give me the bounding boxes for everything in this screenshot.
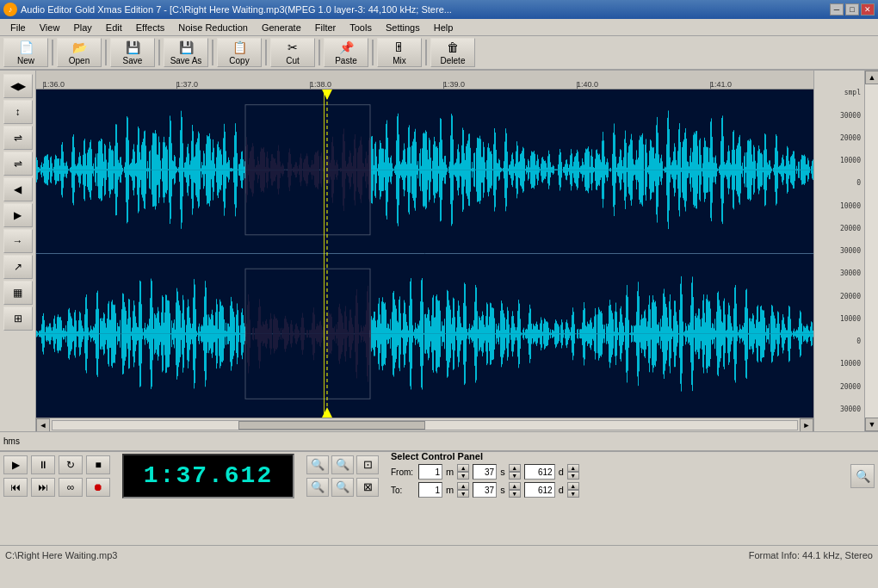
scp-from-ms-field[interactable] (524, 464, 555, 480)
zoom-btn-zoom-in-v[interactable]: 🔍 (306, 478, 329, 497)
scp-from-m-up[interactable]: ▲ (457, 464, 469, 472)
transport-btn-play-loop[interactable]: ↻ (59, 455, 83, 474)
side-tool-4[interactable]: ◀ (3, 177, 33, 201)
waveform-display[interactable] (36, 90, 813, 418)
scp-from-m-down[interactable]: ▼ (457, 472, 469, 480)
toolbar-btn-save-as[interactable]: 💾Save As (164, 38, 208, 67)
menu-item-view[interactable]: View (33, 21, 67, 34)
amp-label-9: 20000 (816, 293, 863, 300)
transport-btn-to-start[interactable]: ⏮ (3, 478, 28, 497)
menu-item-edit[interactable]: Edit (99, 21, 129, 34)
amp-label-7: 30000 (816, 247, 863, 255)
toolbar-sep-1 (52, 40, 53, 65)
vscroll-track[interactable] (865, 84, 878, 418)
scp-to-s-down[interactable]: ▼ (509, 490, 521, 498)
app-icon: ♪ (3, 3, 17, 16)
menu-item-help[interactable]: Help (427, 21, 461, 34)
scroll-thumb[interactable] (238, 421, 424, 430)
scroll-up-btn[interactable]: ▲ (865, 71, 878, 84)
menu-item-play[interactable]: Play (66, 21, 98, 34)
toolbar-btn-save[interactable]: 💾Save (110, 38, 155, 67)
scroll-down-btn[interactable]: ▼ (865, 418, 878, 431)
scroll-right-btn[interactable]: ► (800, 418, 813, 432)
scp-to-m-up[interactable]: ▲ (457, 482, 469, 490)
waveform-canvas[interactable] (36, 90, 813, 418)
menu-item-tools[interactable]: Tools (343, 21, 379, 34)
toolbar-btn-open[interactable]: 📂Open (57, 38, 102, 67)
maximize-button[interactable]: □ (845, 3, 859, 15)
close-button[interactable]: ✕ (861, 3, 875, 15)
minimize-button[interactable]: ─ (830, 3, 844, 15)
toolbar-btn-cut[interactable]: ✂Cut (270, 38, 315, 67)
horizontal-scrollbar[interactable]: ◄ ► (36, 418, 813, 431)
side-tool-7[interactable]: ↗ (3, 255, 33, 279)
toolbar-btn-copy[interactable]: 📋Copy (217, 38, 262, 67)
zoom-btn-zoom-out-v[interactable]: 🔍 (331, 478, 354, 497)
toolbar-label-copy: Copy (229, 56, 249, 65)
toolbar-label-new: New (17, 56, 34, 65)
scp-to-ms-up[interactable]: ▲ (567, 482, 579, 490)
scp-from-s-field[interactable] (473, 464, 497, 480)
toolbar-btn-new[interactable]: 📄New (3, 38, 48, 67)
side-tool-6[interactable]: → (3, 229, 33, 253)
menu-item-settings[interactable]: Settings (379, 21, 427, 34)
amp-label-5: 10000 (816, 202, 863, 210)
scp-from-ms-down[interactable]: ▼ (567, 472, 579, 480)
toolbar-icon-delete: 🗑 (447, 40, 459, 54)
transport-row: ▶⏸↻■ ⏮⏭∞⏺ 1:37.612 🔍🔍⊡ 🔍🔍⊠ Select Contro… (0, 452, 878, 499)
side-tool-9[interactable]: ⊞ (3, 306, 33, 331)
zoom-btn-zoom-all[interactable]: ⊠ (356, 478, 379, 497)
transport-btn-stop[interactable]: ■ (86, 455, 110, 474)
menu-item-noise-reduction[interactable]: Noise Reduction (171, 21, 255, 34)
toolbar-btn-delete[interactable]: 🗑Delete (430, 38, 475, 67)
zoom-btn-zoom-fit[interactable]: ⊡ (356, 455, 379, 474)
side-tool-1[interactable]: ↕ (3, 100, 33, 124)
transport-btn-step-forward[interactable]: ⏭ (31, 478, 55, 497)
menu-item-generate[interactable]: Generate (255, 21, 308, 34)
transport-btn-record[interactable]: ⏺ (86, 478, 110, 497)
side-tool-5[interactable]: ▶ (3, 203, 33, 227)
amp-label-2: 20000 (816, 134, 863, 142)
bottom-area: ▶⏸↻■ ⏮⏭∞⏺ 1:37.612 🔍🔍⊡ 🔍🔍⊠ Select Contro… (0, 450, 878, 545)
side-tool-2[interactable]: ⇌ (3, 126, 33, 150)
right-magnifier[interactable]: 🔍 (850, 464, 875, 488)
scroll-left-btn[interactable]: ◄ (36, 418, 50, 432)
transport-btn-pause[interactable]: ⏸ (31, 455, 55, 474)
amp-label-8: 30000 (816, 269, 863, 277)
scp-to-s-field[interactable] (473, 482, 497, 498)
vertical-scrollbar[interactable]: ▲ ▼ (864, 71, 878, 431)
scp-from-s-down[interactable]: ▼ (509, 472, 521, 480)
side-tool-3[interactable]: ⇌ (3, 152, 33, 176)
toolbar-icon-save: 💾 (126, 40, 140, 54)
scp-from-ms-up[interactable]: ▲ (567, 464, 579, 472)
status-left: C:\Right Here Waiting.mp3 (5, 550, 117, 560)
menu-item-effects[interactable]: Effects (129, 21, 171, 34)
menu-item-filter[interactable]: Filter (308, 21, 343, 34)
transport-btn-loop[interactable]: ∞ (59, 478, 83, 497)
transport-btn-play[interactable]: ▶ (3, 455, 28, 474)
timeline-label-2: 1:38.0 (310, 80, 331, 89)
zoom-btn-zoom-in[interactable]: 🔍 (306, 455, 329, 474)
scp-to-m-down[interactable]: ▼ (457, 490, 469, 498)
scp-from-s-up[interactable]: ▲ (509, 464, 521, 472)
scp-to-m-field[interactable] (418, 482, 442, 498)
right-panel: smpl300002000010000010000200003000030000… (813, 71, 878, 431)
side-tool-8[interactable]: ▦ (3, 281, 33, 305)
zoom-btn-zoom-out[interactable]: 🔍 (331, 455, 354, 474)
select-control-panel: Select Control Panel From: m ▲ ▼ s ▲ ▼ d (384, 448, 845, 504)
scp-to-ms-field[interactable] (524, 482, 555, 498)
scp-from-ms-spin: ▲ ▼ (567, 464, 579, 480)
scp-from-m-field[interactable] (418, 464, 442, 480)
scp-to-s-up[interactable]: ▲ (509, 482, 521, 490)
scp-title: Select Control Panel (391, 451, 838, 461)
scp-to-ms-down[interactable]: ▼ (567, 490, 579, 498)
menu-item-file[interactable]: File (3, 21, 33, 34)
amp-label-6: 20000 (816, 225, 863, 232)
toolbar-btn-mix[interactable]: 🎚Mix (377, 38, 422, 67)
scroll-track[interactable] (52, 420, 798, 430)
timeline-label-5: 1:41.0 (710, 80, 732, 89)
scp-to-m-spin: ▲ ▼ (457, 482, 469, 498)
side-tool-0[interactable]: ◀▶ (3, 74, 33, 98)
toolbar-sep-2 (105, 40, 107, 65)
toolbar-btn-paste[interactable]: 📌Paste (324, 38, 368, 67)
